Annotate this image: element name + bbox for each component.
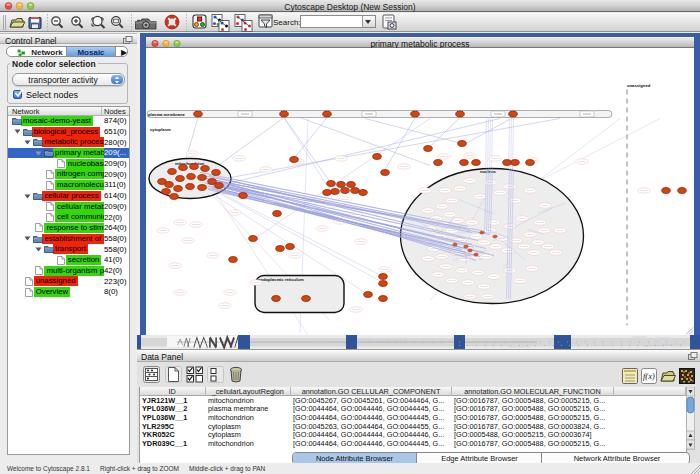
svg-text:cytoplasm: cytoplasm [150, 126, 171, 131]
svg-text:plasma membrane: plasma membrane [148, 112, 185, 117]
svg-text:endoplasmic reticulum: endoplasmic reticulum [258, 276, 304, 281]
svg-text:f(x): f(x) [643, 371, 655, 381]
svg-text:unassigned: unassigned [627, 82, 651, 87]
